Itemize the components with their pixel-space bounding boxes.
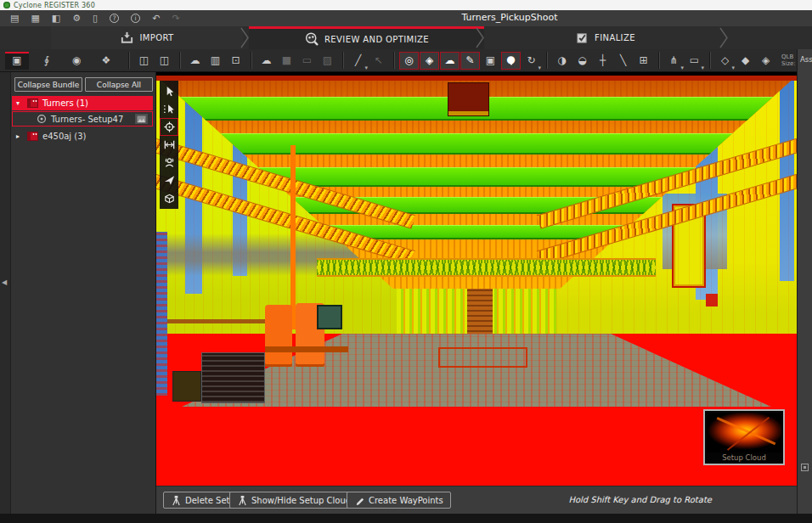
dropdown-caret-icon[interactable]: ▾ <box>731 65 735 71</box>
dual-view-right-icon[interactable]: ◫ <box>155 52 174 70</box>
marker-annotation-glyph: ✎ <box>465 55 474 65</box>
folder-tab-glyph: ▣ <box>12 55 21 65</box>
window-titlebar: Cyclone REGISTER 360 <box>0 0 812 10</box>
collapse-all-button[interactable]: Collapse All <box>85 77 153 92</box>
viewport-toolbar <box>160 81 178 209</box>
tool-measure-distance[interactable] <box>160 136 178 154</box>
tree-item-label: Turners- Setup47 <box>51 115 123 124</box>
settings-gear-icon[interactable]: ⚙ <box>72 14 81 23</box>
geotag-pin-icon[interactable]: ● <box>501 52 521 70</box>
axis-plus-icon[interactable]: ┼ <box>593 52 612 70</box>
ribbon-group-cloud-tools: ☁▥⊡ <box>185 52 246 70</box>
tool-move-target[interactable] <box>160 118 178 136</box>
sphere-pie-icon[interactable]: ◑ <box>552 52 572 70</box>
rect-tool-icon[interactable]: ▭▾ <box>685 52 704 70</box>
tool-multi-select-cursor[interactable] <box>160 100 178 118</box>
measure-ruler-icon[interactable]: ╱▾ <box>348 52 368 70</box>
pointcloud-scene[interactable] <box>156 76 797 486</box>
dropdown-caret-icon[interactable]: ▾ <box>680 65 684 71</box>
scene-small-box <box>172 371 201 402</box>
slash-line-icon[interactable]: ╲ <box>613 52 633 70</box>
bundle-tab-icon[interactable]: ❖ <box>94 52 118 70</box>
scene-pole <box>290 145 295 329</box>
scene-green-beam <box>246 167 708 187</box>
tool-person-view[interactable] <box>160 154 178 172</box>
adjust-swirl-icon[interactable]: ↻▾ <box>522 52 541 70</box>
open-project-icon[interactable]: ▤ <box>10 14 19 23</box>
tab-import[interactable]: IMPORT <box>51 26 243 49</box>
sphere-pin-icon[interactable]: ◒ <box>572 52 592 70</box>
cloud-edit-glyph: ☁ <box>190 55 200 65</box>
target-annotation-icon[interactable]: ◎ <box>399 52 419 70</box>
open-project-glyph: ▤ <box>10 14 19 23</box>
tab-finalize[interactable]: FINALIZE <box>484 26 726 49</box>
zoom-region-icon[interactable]: ⊡ <box>226 52 245 70</box>
tool-cube-3d[interactable] <box>160 189 178 207</box>
cloud-annotation-icon[interactable]: ☁ <box>440 52 460 70</box>
world-tab-icon[interactable]: ◉ <box>65 52 88 70</box>
separator <box>342 52 344 69</box>
help-icon[interactable]: ? <box>110 14 119 23</box>
image-thumbnail-icon[interactable] <box>135 114 148 124</box>
finalize-checkbox-icon <box>575 31 589 45</box>
setup-cloud-thumbnail[interactable]: Setup Cloud <box>703 409 785 465</box>
create-waypoints-button[interactable]: Create WayPoints <box>347 492 451 509</box>
dropdown-caret-icon[interactable]: ▾ <box>538 65 541 71</box>
separator <box>179 52 181 69</box>
scene-red-sign <box>706 294 718 306</box>
pointcloud-viewport[interactable]: Setup Cloud <box>156 72 797 486</box>
camera-annotation-icon[interactable]: ▣ <box>481 52 500 70</box>
dual-view-left-icon[interactable]: ◫ <box>134 52 154 70</box>
scene-table <box>265 346 348 352</box>
tool-select-cursor[interactable] <box>160 82 178 100</box>
cube-m-icon[interactable]: ◈ <box>756 52 775 70</box>
move-target-icon <box>163 121 176 133</box>
info-icon[interactable]: i <box>131 14 140 23</box>
cloud-edit-icon[interactable]: ☁ <box>185 52 205 70</box>
expand-arrow-icon[interactable]: ▸ <box>16 132 23 140</box>
separator <box>393 52 395 69</box>
tree-item-turners-setup47[interactable]: Turners- Setup47 <box>12 111 153 127</box>
zoom-region-glyph: ⊡ <box>231 55 240 65</box>
setups-tool-icon[interactable]: ⋔▾ <box>664 52 684 70</box>
dropdown-caret-icon[interactable]: ▾ <box>701 65 704 71</box>
pano-stack-icon[interactable]: ▥ <box>206 52 225 70</box>
tab-review-label: REVIEW AND OPTIMIZE <box>324 35 429 44</box>
import-data-icon[interactable]: ◧ <box>52 14 60 23</box>
workflow-chevron-icon <box>240 27 250 48</box>
tag-annotation-icon[interactable]: ◈ <box>420 52 439 70</box>
square-select-glyph: ■ <box>282 55 291 65</box>
marker-annotation-icon[interactable]: ✎ <box>460 52 480 70</box>
tree-item-e450aj[interactable]: ▸ e450aj (3) <box>12 129 153 143</box>
image-view-glyph: ▨ <box>323 55 332 65</box>
device-icon[interactable]: ▯ <box>93 14 98 23</box>
collapse-bundle-button[interactable]: Collapse Bundle <box>14 77 82 92</box>
dropdown-caret-icon[interactable]: ▾ <box>364 65 368 71</box>
panel-expand-button[interactable] <box>801 464 809 471</box>
sidebar-collapse-strip[interactable]: ◀ <box>0 72 11 514</box>
cloud-pair-icon[interactable]: ☁ <box>257 52 276 70</box>
undo-icon[interactable]: ↶ <box>152 14 160 23</box>
cube-c-icon[interactable]: ◆ <box>736 52 755 70</box>
separator <box>546 52 548 69</box>
cube-view-glyph: ◇ <box>721 55 729 65</box>
tree-item-turners[interactable]: ▾ Turners (1) <box>12 96 153 110</box>
setup-target-icon <box>37 114 47 124</box>
save-project-icon[interactable]: ▦ <box>31 14 39 23</box>
person-view-icon <box>163 156 176 169</box>
tab-review-and-optimize[interactable]: REVIEW AND OPTIMIZE <box>249 26 484 49</box>
navigate-plane-icon <box>163 174 176 187</box>
tag-annotation-glyph: ◈ <box>426 55 433 65</box>
workflow-bar: IMPORT REVIEW AND OPTIMIZE FINALIZE <box>0 26 812 50</box>
total-station-icon[interactable]: ⊞ <box>634 52 653 70</box>
measure-distance-icon <box>163 138 176 151</box>
expand-arrow-icon[interactable]: ▾ <box>16 99 23 107</box>
pencil-icon <box>354 495 365 506</box>
scene-crate <box>201 352 265 403</box>
tool-navigate-plane[interactable] <box>160 172 178 189</box>
folder-tab-icon[interactable]: ▣ <box>5 52 29 70</box>
assets-panel-collapsed[interactable]: Assets <box>797 49 812 514</box>
cube-view-icon[interactable]: ◇▾ <box>715 52 735 70</box>
show-hide-setup-clouds-button[interactable]: Show/Hide Setup Clouds <box>229 492 363 509</box>
attachments-tab-icon[interactable]: ∮ <box>35 52 59 70</box>
